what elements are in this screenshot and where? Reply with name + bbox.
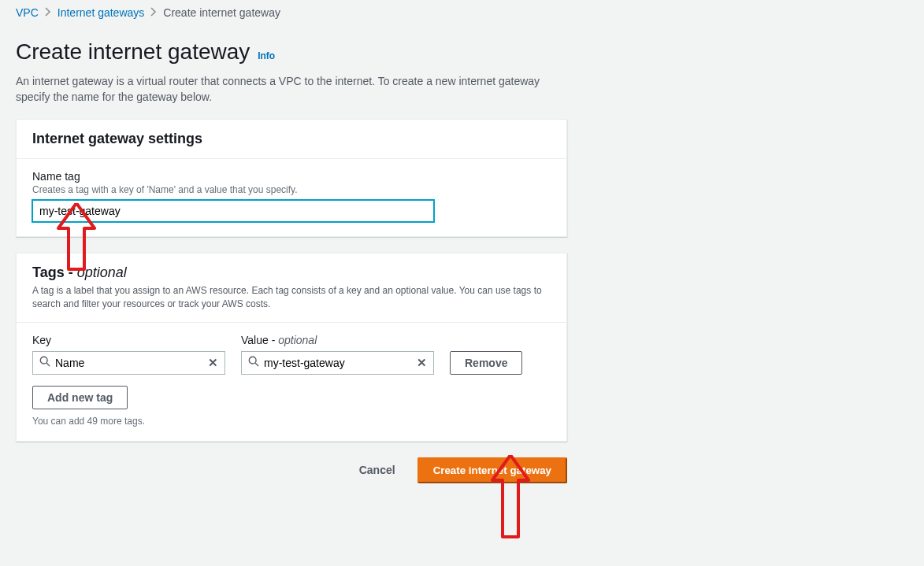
search-icon [242,356,264,369]
breadcrumbs: VPC Internet gateways Create internet ga… [0,0,924,25]
page-description: An internet gateway is a virtual router … [16,74,567,105]
tag-row: Key ✕ Value - optional [32,334,551,375]
tag-value-input-wrap[interactable]: ✕ [241,351,434,375]
chevron-right-icon [45,6,51,19]
settings-panel: Internet gateway settings Name tag Creat… [16,119,567,237]
breadcrumb-internet-gateways[interactable]: Internet gateways [58,6,145,19]
remove-tag-button[interactable]: Remove [450,351,522,375]
tag-value-input[interactable] [264,357,410,369]
tag-value-label: Value - optional [241,334,434,346]
tags-title-prefix: Tags - [32,265,77,280]
svg-point-2 [249,357,256,364]
name-tag-hint: Creates a tag with a key of 'Name' and a… [32,184,551,195]
tag-limit-text: You can add 49 more tags. [32,416,551,427]
breadcrumb-current: Create internet gateway [163,6,280,19]
tags-panel: Tags - optional A tag is a label that yo… [16,253,567,442]
tag-key-label: Key [32,334,225,346]
svg-point-0 [40,357,47,364]
name-tag-label: Name tag [32,170,551,183]
name-tag-input[interactable] [32,200,434,222]
tags-title-optional: optional [77,265,127,280]
page-title: Create internet gateway [16,39,250,65]
settings-panel-title: Internet gateway settings [32,131,551,147]
tag-key-input[interactable] [55,357,202,369]
chevron-right-icon [150,6,157,19]
tag-key-input-wrap[interactable]: ✕ [32,351,225,375]
tag-value-label-optional: optional [278,334,317,346]
info-link[interactable]: Info [258,50,275,61]
settings-panel-header: Internet gateway settings [17,120,566,159]
action-bar: Cancel Create internet gateway [16,457,567,483]
clear-icon[interactable]: ✕ [410,356,433,370]
svg-line-1 [46,363,50,366]
tags-panel-title: Tags - optional [32,265,551,281]
tag-value-label-prefix: Value - [241,334,278,346]
breadcrumb-vpc[interactable]: VPC [16,6,39,19]
tags-panel-desc: A tag is a label that you assign to an A… [32,284,551,311]
page-content: Create internet gateway Info An internet… [0,25,583,499]
create-internet-gateway-button[interactable]: Create internet gateway [417,457,567,483]
search-icon [33,356,55,369]
tags-panel-header: Tags - optional A tag is a label that yo… [17,253,566,323]
cancel-button[interactable]: Cancel [345,457,410,483]
svg-line-3 [255,363,258,366]
clear-icon[interactable]: ✕ [202,356,225,370]
add-new-tag-button[interactable]: Add new tag [32,386,128,409]
